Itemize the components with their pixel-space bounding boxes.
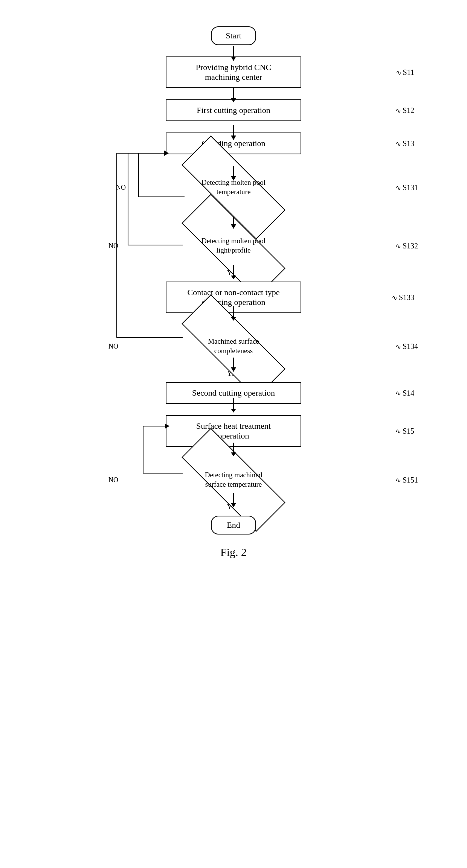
s133-box: Contact or non-contact typedetecting ope… <box>166 282 301 313</box>
s14-label: Second cutting operation <box>192 388 275 397</box>
s131-row: Detecting molten pooltemperature ∿ S131 … <box>83 165 384 210</box>
s131-text: Detecting molten pooltemperature <box>196 178 271 196</box>
s132-row: Detecting molten poollight/profile ∿ S13… <box>83 223 384 268</box>
s13-ref: ∿ S13 <box>395 139 414 148</box>
s133-row: Contact or non-contact typedetecting ope… <box>83 282 384 313</box>
end-label: End <box>227 520 240 530</box>
s12-label: First cutting operation <box>197 105 270 115</box>
start-node: Start <box>211 26 256 45</box>
s151-row: Detecting machinedsurface temperature ∿ … <box>83 457 384 503</box>
s11-box: Providing hybrid CNCmachining center <box>166 56 301 88</box>
s14-ref: ∿ S14 <box>395 389 414 397</box>
s12-box: First cutting operation <box>166 99 301 121</box>
diagram-container: Start Providing hybrid CNCmachining cent… <box>83 15 384 559</box>
s151-ref: ∿ S151 <box>395 476 418 484</box>
s134-no-label: NO <box>108 343 118 350</box>
start-label: Start <box>226 31 241 40</box>
s12-row: First cutting operation ∿ S12 <box>83 99 384 121</box>
s11-row: Providing hybrid CNCmachining center ∿ S… <box>83 56 384 88</box>
s15-ref: ∿ S15 <box>395 427 414 436</box>
s14-row: Second cutting operation ∿ S14 <box>83 382 384 404</box>
s134-diamond-wrapper: Machined surfacecompleteness <box>166 324 301 369</box>
figure-label: Fig. 2 <box>220 546 247 559</box>
start-node-row: Start <box>83 26 384 45</box>
s15-row: Surface heat treatmentoperation ∿ S15 <box>83 415 384 447</box>
s134-ref: ∿ S134 <box>395 342 418 351</box>
s12-ref: ∿ S12 <box>395 106 414 115</box>
s133-ref: ∿ S133 <box>392 293 414 302</box>
s132-no-label: NO <box>108 242 118 250</box>
s134-row: Machined surfacecompleteness ∿ S134 NO <box>83 324 384 369</box>
s151-no-label: NO <box>108 476 118 484</box>
s13-box: Cladding operation <box>166 132 301 154</box>
s131-no-label: NO <box>116 184 126 192</box>
s151-diamond-wrapper: Detecting machinedsurface temperature <box>166 457 301 503</box>
s11-ref: ∿ S11 <box>396 68 414 77</box>
s15-box: Surface heat treatmentoperation <box>166 415 301 447</box>
s131-ref: ∿ S131 <box>395 183 418 192</box>
end-node-row: End <box>83 516 384 535</box>
s151-text: Detecting machinedsurface temperature <box>196 471 271 489</box>
s132-text: Detecting molten poollight/profile <box>196 236 271 255</box>
s131-diamond-wrapper: Detecting molten pooltemperature <box>166 165 301 210</box>
s11-label: Providing hybrid CNCmachining center <box>196 62 271 82</box>
s14-box: Second cutting operation <box>166 382 301 404</box>
end-node: End <box>211 516 256 535</box>
s13-row: Cladding operation ∿ S13 <box>83 132 384 154</box>
s132-ref: ∿ S132 <box>395 242 418 250</box>
s132-diamond-wrapper: Detecting molten poollight/profile <box>166 223 301 268</box>
s134-text: Machined surfacecompleteness <box>196 337 271 355</box>
svg-marker-17 <box>231 409 236 413</box>
